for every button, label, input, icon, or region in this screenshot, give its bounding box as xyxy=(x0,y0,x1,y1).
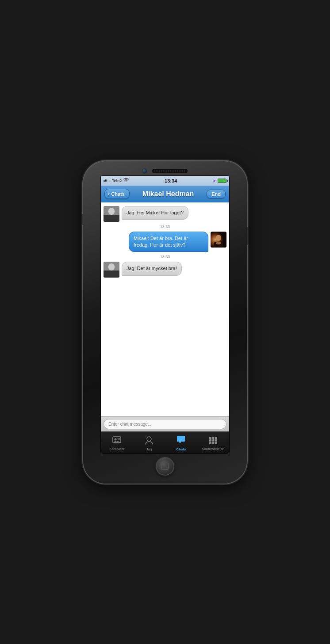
status-right: ➤ xyxy=(213,179,226,183)
signal-dot-2 xyxy=(105,179,107,182)
svg-rect-23 xyxy=(209,439,211,442)
home-button-inner xyxy=(161,463,169,470)
phone-top-area xyxy=(88,169,242,173)
status-left: Tele2 xyxy=(104,178,129,183)
jag-icon xyxy=(145,436,153,446)
back-button-label: Chats xyxy=(111,191,125,197)
navigation-bar: ‹ Chats Mikael Hedman End xyxy=(101,186,229,202)
svg-point-0 xyxy=(126,181,127,182)
back-arrow-icon: ‹ xyxy=(108,191,110,197)
svg-rect-14 xyxy=(111,271,112,275)
svg-rect-28 xyxy=(215,442,217,444)
home-button[interactable] xyxy=(156,457,174,476)
message-bubble: Mikael: Det är bra. Det är fredag. Hur ä… xyxy=(129,232,208,252)
avatar xyxy=(104,262,119,278)
carrier-name: Tele2 xyxy=(112,179,122,183)
tab-jag[interactable]: Jag xyxy=(133,434,165,451)
tab-jag-label: Jag xyxy=(146,447,152,451)
battery-icon xyxy=(218,179,226,183)
message-bubble: Jag: Det är mycket bra! xyxy=(122,262,182,275)
tab-kontorstelefon-label: Kontorstelefon xyxy=(202,447,225,451)
svg-rect-3 xyxy=(104,217,119,222)
phone-device: Tele2 13:34 ➤ ‹ xyxy=(83,161,247,484)
end-button[interactable]: End xyxy=(207,190,226,198)
message-timestamp: 13:33 xyxy=(104,225,226,229)
svg-rect-5 xyxy=(111,216,112,219)
back-button[interactable]: ‹ Chats xyxy=(104,189,130,199)
avatar xyxy=(104,206,119,222)
message-row: Mikael: Det är bra. Det är fredag. Hur ä… xyxy=(104,232,226,252)
svg-point-11 xyxy=(108,264,115,271)
message-text: Jag: Det är mycket bra! xyxy=(127,266,177,271)
svg-rect-27 xyxy=(212,442,214,444)
wifi-icon xyxy=(123,178,129,183)
speaker xyxy=(152,169,188,173)
svg-point-7 xyxy=(216,235,221,241)
message-row: Jag: Det är mycket bra! xyxy=(104,262,226,278)
svg-rect-13 xyxy=(110,271,113,274)
svg-rect-20 xyxy=(209,437,211,439)
volume-button xyxy=(82,214,83,225)
signal-dot-3 xyxy=(107,180,108,182)
power-button xyxy=(247,227,248,245)
front-camera xyxy=(142,169,147,173)
tab-kontakter-label: Kontakter xyxy=(109,447,124,451)
message-row: Jag: Hej Micke! Hur läget? xyxy=(104,206,226,222)
tab-kontorstelefon[interactable]: Kontorstelefon xyxy=(197,434,230,451)
signal-dot-1 xyxy=(104,180,105,182)
location-icon: ➤ xyxy=(213,179,216,183)
message-text: Jag: Hej Micke! Hur läget? xyxy=(127,210,184,215)
message-bubble: Jag: Hej Micke! Hur läget? xyxy=(122,206,188,220)
tab-bar: Kontakter Jag Chats xyxy=(101,431,229,453)
svg-rect-25 xyxy=(215,439,217,442)
svg-point-2 xyxy=(108,209,115,215)
svg-rect-22 xyxy=(215,437,217,439)
nav-title: Mikael Hedman xyxy=(142,190,194,198)
message-text: Mikael: Det är bra. Det är fredag. Hur ä… xyxy=(134,236,188,248)
status-time: 13:34 xyxy=(165,178,177,183)
chat-input[interactable] xyxy=(104,419,226,429)
svg-rect-4 xyxy=(110,215,113,218)
svg-rect-26 xyxy=(209,442,211,444)
svg-rect-21 xyxy=(212,437,214,439)
signal-dot-4 xyxy=(109,180,110,182)
svg-point-19 xyxy=(147,437,151,441)
status-bar: Tele2 13:34 ➤ xyxy=(101,176,229,186)
signal-indicator xyxy=(104,179,110,182)
kontorstelefon-icon xyxy=(209,436,218,446)
tab-chats[interactable]: Chats xyxy=(165,434,197,451)
phone-bottom xyxy=(156,457,174,476)
svg-rect-12 xyxy=(104,273,119,278)
chat-input-area xyxy=(101,416,229,431)
chat-area: Jag: Hej Micke! Hur läget? 13:33 xyxy=(101,202,229,416)
svg-point-9 xyxy=(216,242,221,244)
kontakter-icon xyxy=(112,436,121,446)
tab-chats-label: Chats xyxy=(176,447,186,451)
svg-rect-24 xyxy=(212,439,214,442)
chats-icon xyxy=(176,435,186,446)
message-timestamp: 13:33 xyxy=(104,255,226,259)
tab-kontakter[interactable]: Kontakter xyxy=(101,434,133,451)
svg-point-16 xyxy=(115,438,117,440)
phone-screen: Tele2 13:34 ➤ ‹ xyxy=(101,176,229,453)
avatar xyxy=(211,232,226,248)
